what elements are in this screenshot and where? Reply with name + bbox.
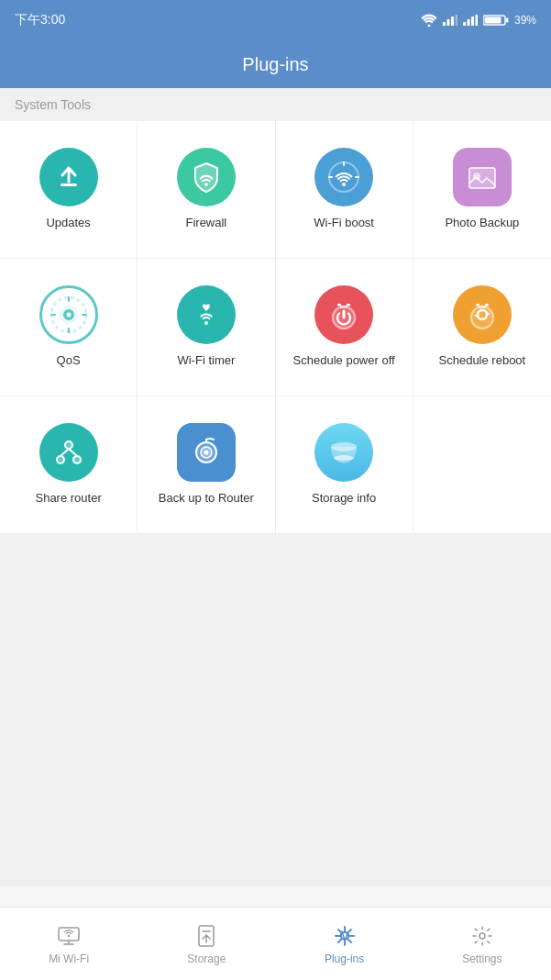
svg-point-47	[334, 455, 354, 461]
svg-rect-10	[506, 18, 509, 23]
svg-rect-16	[469, 168, 495, 188]
grid-item-photo-backup[interactable]: Photo Backup	[413, 121, 551, 259]
svg-rect-8	[475, 15, 478, 26]
nav-item-mi-wifi[interactable]: Mi Wi-Fi	[0, 923, 138, 965]
plug-ins-nav-icon	[332, 923, 358, 949]
grid-item-storage-info[interactable]: Storage info	[276, 396, 413, 534]
mi-wifi-nav-icon	[56, 923, 82, 949]
schedule-power-off-label: Schedule power off	[293, 353, 395, 369]
nav-item-plug-ins[interactable]: Plug-ins	[276, 923, 413, 965]
share-router-icon	[39, 423, 98, 482]
back-up-router-icon	[177, 423, 236, 482]
status-time: 下午3:00	[15, 12, 65, 28]
svg-rect-11	[484, 17, 501, 24]
status-bar: 下午3:00 39%	[0, 0, 551, 40]
plug-ins-nav-label: Plug-ins	[325, 952, 364, 965]
settings-nav-label: Settings	[462, 952, 501, 965]
grid-item-wifi-timer[interactable]: Wi-Fi timer	[138, 259, 275, 396]
grid-item-updates[interactable]: Updates	[0, 121, 138, 259]
svg-rect-6	[467, 19, 469, 26]
svg-rect-35	[485, 304, 489, 306]
firewall-label: Firewall	[185, 216, 226, 231]
grid-item-wifi-boost[interactable]: Wi-Fi boost	[276, 121, 413, 259]
photo-backup-label: Photo Backup	[445, 216, 519, 231]
svg-point-13	[204, 183, 208, 186]
wifi-timer-icon	[177, 285, 236, 344]
section-label: System Tools	[0, 88, 551, 121]
updates-icon	[39, 148, 98, 206]
svg-point-39	[73, 456, 81, 463]
firewall-icon	[177, 148, 236, 206]
svg-rect-34	[476, 304, 479, 306]
grid-item-schedule-power-off[interactable]: Schedule power off	[276, 259, 413, 396]
grid-item-share-router[interactable]: Share router	[0, 396, 138, 534]
svg-rect-5	[463, 22, 466, 26]
grid-item-firewall[interactable]: Firewall	[138, 121, 275, 259]
status-right: 39%	[421, 14, 536, 27]
photo-backup-icon	[453, 148, 512, 206]
signal-icon-2	[463, 15, 478, 26]
svg-rect-2	[446, 19, 449, 26]
share-router-label: Share router	[35, 491, 101, 507]
schedule-reboot-label: Schedule reboot	[439, 353, 526, 369]
bottom-nav: Mi Wi-Fi Storage Plug-ins	[0, 907, 551, 980]
schedule-power-off-icon	[314, 285, 373, 344]
battery-icon	[483, 14, 509, 27]
wifi-boost-label: Wi-Fi boost	[314, 216, 374, 231]
qos-label: QoS	[57, 353, 81, 369]
svg-point-55	[479, 933, 485, 939]
svg-rect-48	[59, 928, 79, 941]
svg-rect-29	[337, 304, 341, 306]
svg-point-51	[68, 934, 71, 937]
svg-rect-12	[61, 184, 77, 186]
svg-point-44	[204, 451, 208, 455]
svg-rect-30	[347, 304, 350, 306]
svg-point-26	[204, 321, 208, 325]
qos-icon	[39, 285, 98, 344]
svg-rect-3	[451, 17, 454, 26]
svg-point-21	[66, 313, 71, 317]
signal-icon-1	[443, 15, 457, 26]
svg-rect-7	[471, 17, 474, 26]
grid-item-back-up-router[interactable]: Back up to Router	[138, 396, 275, 534]
nav-item-storage[interactable]: Storage	[138, 923, 275, 965]
battery-percent: 39%	[514, 14, 536, 27]
svg-rect-1	[443, 22, 446, 26]
svg-rect-28	[340, 306, 347, 308]
wifi-boost-icon	[314, 148, 373, 206]
plugin-grid: Updates Firewall	[0, 121, 551, 534]
storage-info-label: Storage info	[312, 491, 376, 507]
mi-wifi-nav-label: Mi Wi-Fi	[49, 952, 89, 965]
svg-point-0	[427, 25, 430, 28]
grid-empty-cell	[413, 396, 551, 534]
app-header: Plug-ins	[0, 40, 551, 88]
back-up-router-label: Back up to Router	[159, 491, 254, 507]
svg-point-38	[57, 456, 64, 463]
wifi-timer-label: Wi-Fi timer	[177, 353, 235, 369]
svg-rect-36	[479, 306, 486, 308]
updates-label: Updates	[46, 216, 90, 231]
svg-rect-4	[455, 15, 457, 26]
svg-line-40	[61, 449, 69, 456]
settings-nav-icon	[469, 923, 495, 949]
svg-point-37	[65, 441, 72, 449]
storage-nav-label: Storage	[187, 952, 226, 965]
storage-info-icon	[314, 423, 373, 482]
storage-nav-icon	[193, 923, 219, 949]
nav-item-settings[interactable]: Settings	[413, 923, 551, 965]
wifi-icon	[421, 14, 437, 27]
schedule-reboot-icon	[453, 285, 512, 344]
svg-line-41	[69, 449, 77, 456]
page-title: Plug-ins	[242, 54, 308, 75]
grid-item-qos[interactable]: QoS	[0, 259, 138, 396]
spacer	[0, 534, 551, 886]
grid-item-schedule-reboot[interactable]: Schedule reboot	[413, 259, 551, 396]
svg-point-15	[342, 183, 346, 186]
